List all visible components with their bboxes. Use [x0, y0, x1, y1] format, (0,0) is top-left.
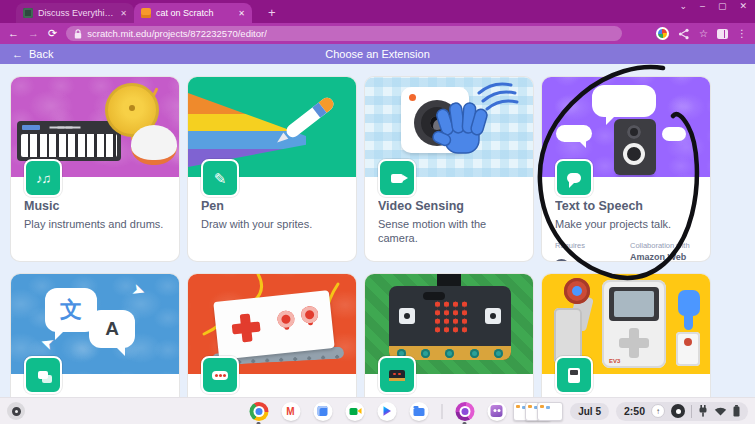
collaboration-label: Collaboration with: [630, 241, 697, 250]
music-extension-icon: ♪♫: [24, 159, 62, 197]
extension-grid: ♪♫ Music Play instruments and drums. ✎ P…: [10, 76, 745, 424]
requires-label: Requires: [555, 241, 622, 250]
browser-toolbar: ← → ⟳ scratch.mit.edu/projects/872232570…: [0, 23, 755, 44]
ev3-brick-illustration: EV3: [602, 280, 666, 368]
button-a: [399, 308, 415, 324]
wifi-icon: [714, 406, 727, 416]
collaborator-name: Amazon Web Services: [630, 252, 697, 262]
internet-connection-icon: [555, 257, 568, 262]
back-arrow-icon: ←: [12, 48, 23, 60]
notification-indicator-icon: [671, 404, 685, 418]
ev3-buttons: [619, 328, 649, 358]
restore-icon[interactable]: ▢: [718, 1, 727, 12]
speech-bubble-large: [592, 85, 656, 117]
chrome-icon[interactable]: [249, 402, 268, 421]
speaker-illustration: [614, 119, 656, 175]
date-pill[interactable]: Jul 5: [570, 403, 609, 420]
makey-board-illustration: [213, 290, 334, 360]
extension-title: Text to Speech: [555, 199, 697, 213]
remote-illustration: [676, 332, 700, 366]
dpad-illustration: [231, 313, 262, 344]
extension-description: Make your projects talk.: [555, 218, 697, 232]
curved-arrow-icon: ➤: [131, 280, 147, 299]
speech-bubble-left: [556, 125, 592, 142]
meet-icon[interactable]: [345, 402, 364, 421]
extension-title: Music: [24, 199, 166, 213]
profile-avatar[interactable]: [656, 27, 669, 40]
ev3-label: EV3: [609, 358, 620, 364]
extension-library: ♪♫ Music Play instruments and drums. ✎ P…: [0, 64, 755, 424]
tab-close-icon[interactable]: ✕: [120, 9, 127, 18]
tab-discuss-gacha[interactable]: Discuss Everything About Gacha ✕: [16, 3, 134, 23]
menu-dots-icon[interactable]: ⋮: [737, 28, 747, 40]
extension-description: Sense motion with the camera.: [378, 218, 520, 246]
window-controls: ⌄ – ▢ ✕: [679, 1, 747, 12]
window-menu-chevron-icon[interactable]: ⌄: [679, 1, 687, 12]
extension-card-text-to-speech[interactable]: Text to Speech Make your projects talk. …: [541, 76, 711, 262]
calendar-icon[interactable]: [313, 402, 332, 421]
extension-card-pen[interactable]: ✎ Pen Draw with your sprites.: [187, 76, 357, 262]
video-sensing-extension-icon: [378, 159, 416, 197]
scratch-favicon: [141, 8, 151, 18]
minimize-icon[interactable]: –: [700, 1, 705, 12]
side-panel-icon[interactable]: [717, 29, 728, 39]
speech-bubble-right: [662, 127, 686, 141]
translate-extension-icon: [24, 356, 62, 394]
tab-title: Discuss Everything About Gacha: [38, 8, 115, 18]
files-icon[interactable]: [409, 402, 428, 421]
share-icon[interactable]: [678, 28, 690, 40]
bookmark-star-icon[interactable]: ☆: [699, 28, 708, 40]
lego-ev3-extension-icon: [555, 356, 593, 394]
lock-icon: [74, 29, 82, 39]
keyboard-illustration: [17, 121, 121, 161]
toolbar-right-icons: ☆ ⋮: [656, 27, 747, 40]
tab-close-icon[interactable]: ✕: [238, 9, 245, 18]
tab-title: cat on Scratch: [156, 8, 233, 18]
close-icon[interactable]: ✕: [739, 1, 747, 12]
button-b: [485, 308, 501, 324]
screen-capture-thumbnails[interactable]: [513, 402, 563, 421]
usb-power-icon: [698, 405, 708, 417]
extension-card-video-sensing[interactable]: Video Sensing Sense motion with the came…: [364, 76, 534, 262]
back-button[interactable]: ← Back: [0, 44, 65, 64]
waving-hand-illustration: [427, 79, 523, 171]
makey-makey-extension-icon: [201, 356, 239, 394]
extension-title: Video Sensing: [378, 199, 520, 213]
shelf-separator: [441, 404, 442, 419]
browser-tabstrip: Discuss Everything About Gacha ✕ cat on …: [0, 0, 755, 23]
system-tray[interactable]: 2:50 ↑: [616, 402, 748, 421]
gmail-icon[interactable]: M: [281, 402, 300, 421]
url-text: scratch.mit.edu/projects/872232570/edito…: [87, 28, 267, 39]
gacha-app-icon[interactable]: [487, 402, 506, 421]
shelf-app-icons: M: [249, 398, 506, 424]
extension-footer: Requires Collaboration with Amazon Web S…: [555, 241, 697, 262]
play-store-icon[interactable]: [377, 402, 396, 421]
clock: 2:50: [624, 405, 645, 417]
tab-cat-on-scratch[interactable]: cat on Scratch ✕: [134, 3, 252, 23]
chromeos-screen: Discuss Everything About Gacha ✕ cat on …: [0, 0, 755, 424]
pink-browser-app-icon[interactable]: [455, 402, 474, 421]
motor-wheel-illustration: [564, 278, 590, 304]
extension-modal-header: ← Back Choose an Extension: [0, 44, 755, 64]
arrow-up-status-icon: ↑: [651, 404, 665, 418]
extension-description: Play instruments and drums.: [24, 218, 166, 232]
shelf-status-area: Jul 5 2:50 ↑: [513, 402, 755, 421]
extension-card-music[interactable]: ♪♫ Music Play instruments and drums.: [10, 76, 180, 262]
forward-icon[interactable]: →: [28, 28, 39, 39]
reload-icon[interactable]: ⟳: [48, 28, 57, 39]
battery-icon: [733, 405, 740, 417]
pen-illustration: [284, 95, 336, 140]
ev3-screen: [609, 287, 659, 321]
led-grid: [433, 300, 469, 334]
drum-illustration: [131, 125, 177, 165]
latin-speech-bubble: A: [89, 310, 135, 348]
pen-extension-icon: ✎: [201, 159, 239, 197]
address-bar[interactable]: scratch.mit.edu/projects/872232570/edito…: [66, 26, 622, 41]
launcher-button[interactable]: [7, 402, 25, 420]
back-icon[interactable]: ←: [8, 28, 19, 39]
thumb-hand-illustration: [678, 290, 700, 316]
launcher-icon: [12, 407, 21, 416]
new-tab-button[interactable]: +: [264, 3, 280, 23]
page-title: Choose an Extension: [0, 48, 755, 60]
curved-arrow-icon: ➤: [39, 334, 55, 353]
